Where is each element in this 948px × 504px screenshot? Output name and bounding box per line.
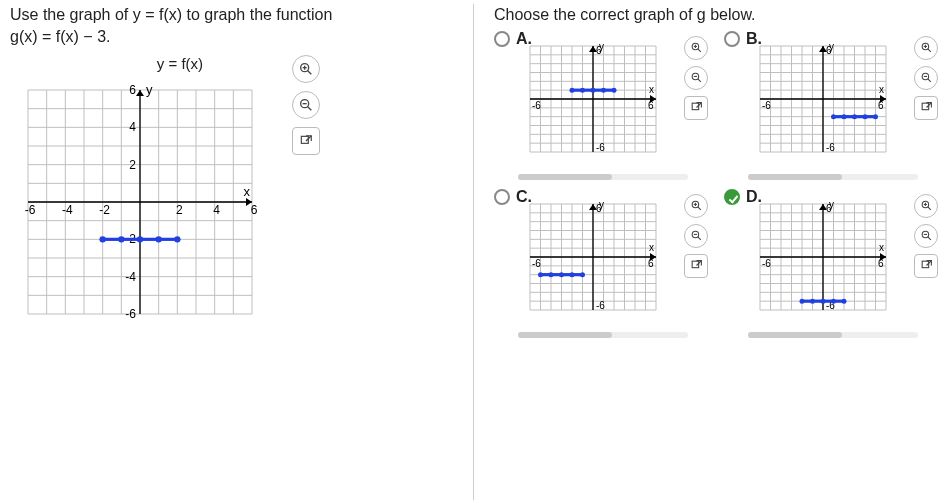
svg-text:-4: -4: [62, 203, 73, 217]
svg-line-216: [697, 207, 700, 210]
svg-text:6: 6: [596, 45, 602, 56]
svg-text:6: 6: [596, 203, 602, 214]
svg-text:-6: -6: [25, 203, 36, 217]
thumb-graph-C: xy-666-6: [518, 192, 668, 322]
svg-line-274: [927, 237, 930, 240]
scrollbar[interactable]: [518, 174, 688, 180]
svg-line-58: [308, 107, 312, 111]
radio-B[interactable]: [724, 31, 740, 47]
choice-A[interactable]: A. xy-666-6: [494, 34, 708, 180]
svg-text:-6: -6: [762, 258, 771, 269]
svg-text:x: x: [879, 242, 884, 253]
scrollbar[interactable]: [748, 332, 918, 338]
choice-B[interactable]: B. xy-666-6: [724, 34, 938, 180]
svg-text:-6: -6: [596, 142, 605, 153]
svg-text:6: 6: [826, 45, 832, 56]
popout-icon[interactable]: [914, 254, 938, 278]
main-graph-title: y = f(x): [60, 55, 300, 72]
main-graph-tools: [292, 55, 320, 155]
svg-text:6: 6: [878, 100, 884, 111]
radio-A[interactable]: [494, 31, 510, 47]
zoom-in-icon[interactable]: [292, 55, 320, 83]
thumb-graph-B: xy-666-6: [748, 34, 898, 164]
popout-icon[interactable]: [684, 254, 708, 278]
svg-point-159: [863, 114, 868, 119]
scrollbar[interactable]: [748, 174, 918, 180]
svg-text:6: 6: [129, 83, 136, 97]
svg-text:-2: -2: [99, 203, 110, 217]
svg-point-48: [99, 236, 105, 242]
svg-point-266: [821, 298, 826, 303]
svg-text:6: 6: [878, 258, 884, 269]
svg-line-270: [927, 207, 930, 210]
answer-pane: Choose the correct graph of g below. A. …: [473, 4, 937, 500]
svg-text:4: 4: [213, 203, 220, 217]
zoom-in-icon[interactable]: [914, 194, 938, 218]
svg-text:-6: -6: [532, 100, 541, 111]
zoom-in-icon[interactable]: [684, 194, 708, 218]
svg-point-211: [549, 272, 554, 277]
svg-point-156: [831, 114, 836, 119]
svg-text:6: 6: [826, 203, 832, 214]
svg-text:6: 6: [251, 203, 258, 217]
svg-text:-6: -6: [596, 300, 605, 311]
svg-point-265: [810, 298, 815, 303]
svg-text:x: x: [649, 242, 654, 253]
zoom-out-icon[interactable]: [684, 66, 708, 90]
svg-point-213: [570, 272, 575, 277]
svg-point-102: [570, 87, 575, 92]
zoom-out-icon[interactable]: [292, 91, 320, 119]
main-graph: xy-6-6-4-4-2-2224466: [10, 72, 270, 332]
svg-point-212: [559, 272, 564, 277]
svg-text:2: 2: [129, 158, 136, 172]
svg-point-103: [580, 87, 585, 92]
svg-line-112: [697, 79, 700, 82]
prompt-line-2: g(x) = f(x) − 3.: [10, 28, 110, 45]
question-prompt: Use the graph of y = f(x) to graph the f…: [10, 4, 464, 47]
svg-text:6: 6: [648, 258, 654, 269]
radio-D[interactable]: [724, 189, 740, 205]
svg-text:-4: -4: [125, 270, 136, 284]
svg-text:y: y: [146, 82, 153, 97]
popout-icon[interactable]: [914, 96, 938, 120]
popout-icon[interactable]: [684, 96, 708, 120]
svg-text:x: x: [244, 184, 251, 199]
svg-point-49: [118, 236, 124, 242]
svg-point-160: [873, 114, 878, 119]
zoom-out-icon[interactable]: [914, 224, 938, 248]
choice-D[interactable]: D. xy-666-6: [724, 192, 938, 338]
svg-text:x: x: [879, 84, 884, 95]
svg-point-210: [538, 272, 543, 277]
svg-text:6: 6: [648, 100, 654, 111]
svg-marker-29: [136, 90, 144, 96]
zoom-out-icon[interactable]: [914, 66, 938, 90]
svg-point-104: [591, 87, 596, 92]
zoom-in-icon[interactable]: [684, 36, 708, 60]
svg-text:-6: -6: [762, 100, 771, 111]
svg-point-268: [842, 298, 847, 303]
svg-text:4: 4: [129, 121, 136, 135]
svg-text:2: 2: [176, 203, 183, 217]
radio-C[interactable]: [494, 189, 510, 205]
zoom-in-icon[interactable]: [914, 36, 938, 60]
svg-point-106: [612, 87, 617, 92]
svg-point-51: [155, 236, 161, 242]
choice-C[interactable]: C. xy-666-6: [494, 192, 708, 338]
scrollbar[interactable]: [518, 332, 688, 338]
svg-point-50: [137, 236, 143, 242]
svg-text:-6: -6: [125, 307, 136, 321]
choices-grid: A. xy-666-6 B. xy-: [494, 34, 937, 338]
svg-point-105: [601, 87, 606, 92]
svg-line-162: [927, 49, 930, 52]
svg-point-158: [852, 114, 857, 119]
zoom-out-icon[interactable]: [684, 224, 708, 248]
svg-text:-6: -6: [826, 142, 835, 153]
svg-line-166: [927, 79, 930, 82]
svg-point-214: [580, 272, 585, 277]
svg-line-54: [308, 71, 312, 75]
question-pane: Use the graph of y = f(x) to graph the f…: [10, 4, 474, 500]
svg-point-52: [174, 236, 180, 242]
thumb-graph-A: xy-666-6: [518, 34, 668, 164]
popout-icon[interactable]: [292, 127, 320, 155]
svg-text:x: x: [649, 84, 654, 95]
